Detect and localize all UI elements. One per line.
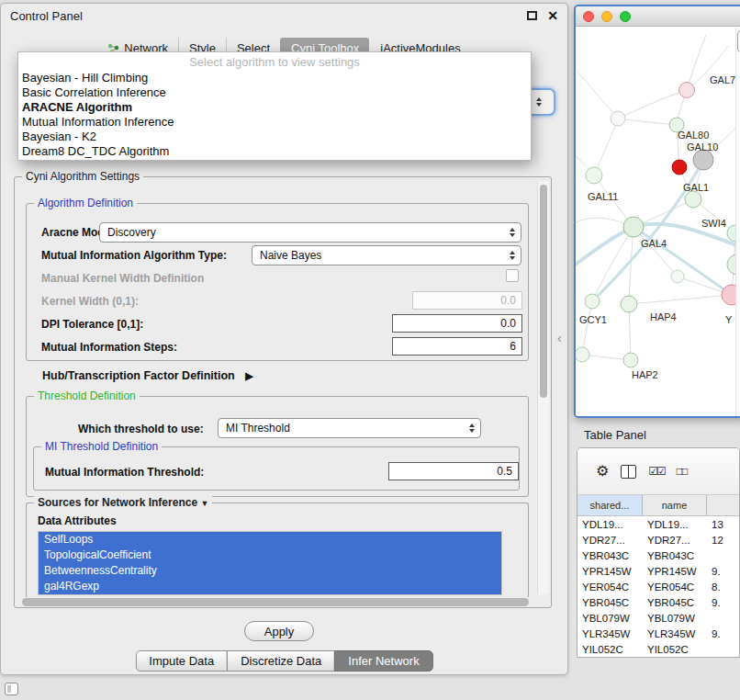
node-label: GAL7 [710, 74, 735, 85]
node-gal4[interactable] [623, 217, 644, 237]
mi-threshold-definition-group: MI Threshold Definition Mutual Informati… [33, 446, 520, 491]
node-label: GAL11 [588, 191, 618, 202]
close-icon[interactable]: ✕ [547, 9, 558, 22]
list-item[interactable]: gal4RGexp [39, 579, 501, 594]
columns-icon[interactable] [621, 465, 636, 479]
cyni-algorithm-settings-group: Cyni Algorithm Settings Algorithm Defini… [14, 176, 552, 608]
stepper-icon [510, 228, 515, 237]
collapse-down-icon[interactable]: ▼ [200, 499, 208, 508]
kernel-width-label: Kernel Width (0,1): [41, 295, 139, 308]
manual-kernel-width-checkbox[interactable] [506, 269, 519, 282]
dropdown-item-selected[interactable]: ARACNE Algorithm [18, 100, 531, 115]
node-gcy1[interactable] [585, 294, 600, 309]
node-gal10[interactable] [693, 150, 713, 170]
sources-title-text: Sources for Network Inference [38, 496, 197, 509]
group-title: Sources for Network Inference ▼ [34, 496, 212, 509]
list-item[interactable]: TopologicalCoefficient [39, 548, 501, 563]
group-title: Threshold Definition [34, 390, 140, 402]
tab-infer-network[interactable]: Infer Network [334, 650, 432, 672]
scrollbar-thumb[interactable] [540, 185, 547, 398]
table-row[interactable]: YER054CYER054C8. [577, 579, 739, 594]
cell: 8. [707, 581, 739, 593]
cell: YBL079W [577, 613, 643, 624]
select-all-checkboxes-icon[interactable]: ☑☑ [648, 464, 665, 479]
field-value: 0.0 [500, 317, 516, 330]
deselect-all-checkboxes-icon[interactable]: □□ [677, 464, 687, 479]
combo-value: MI Threshold [226, 422, 290, 435]
node-label: GAL4 [641, 238, 667, 249]
tab-impute-data[interactable]: Impute Data [135, 650, 228, 672]
table-row[interactable]: YIL052CYIL052C [577, 641, 739, 657]
mi-steps-field[interactable]: 6 [392, 337, 522, 356]
tab-discretize-data[interactable]: Discretize Data [227, 650, 335, 672]
which-threshold-combo[interactable]: MI Threshold [218, 418, 481, 438]
group-title: Cyni Algorithm Settings [22, 170, 143, 183]
dropdown-item[interactable]: Dream8 DC_TDC Algorithm [18, 144, 531, 159]
float-window-icon[interactable] [527, 11, 537, 20]
node[interactable] [611, 111, 625, 126]
minimize-traffic-light-icon[interactable] [601, 11, 612, 22]
table-row[interactable]: YBL079WYBL079W [577, 610, 739, 626]
close-traffic-light-icon[interactable] [583, 11, 594, 22]
table-row[interactable]: YBR043CYBR043C [577, 548, 739, 563]
node[interactable] [576, 347, 589, 362]
node-red[interactable] [672, 160, 687, 175]
list-item[interactable]: BetweennessCentrality [39, 563, 501, 579]
gear-icon[interactable]: ⚙ [596, 464, 609, 479]
node-hap4[interactable] [621, 296, 637, 312]
stepper-icon [510, 251, 515, 260]
table-row[interactable]: YDL19...YDL19...13 [577, 516, 739, 532]
node-pink[interactable] [679, 83, 695, 98]
node-hap2[interactable] [623, 353, 638, 367]
network-window-titlebar [576, 6, 740, 27]
dropdown-item[interactable]: Mutual Information Inference [18, 115, 531, 130]
network-vertical-scrollbar[interactable] [735, 28, 740, 416]
dropdown-placeholder: Select algorithm to view settings [18, 54, 531, 71]
dpi-tolerance-field[interactable]: 0.0 [392, 314, 522, 333]
list-item[interactable]: SelfLoops [39, 532, 501, 548]
tab-label: Impute Data [149, 654, 214, 668]
node[interactable] [727, 254, 735, 275]
panel-dock-icon[interactable] [5, 683, 18, 695]
mi-threshold-field[interactable]: 0.5 [388, 462, 519, 480]
hub-section-label: Hub/Transcription Factor Definition ▶ [42, 369, 253, 382]
window-title: Control Panel [10, 9, 83, 23]
cell: YDR27... [643, 535, 707, 546]
expand-right-icon[interactable]: ▶ [245, 370, 252, 381]
node-gal11[interactable] [586, 167, 602, 184]
dropdown-item[interactable]: Bayesian - Hill Climbing [18, 71, 531, 85]
cell: YDL19... [577, 519, 643, 530]
settings-horizontal-scrollbar[interactable] [22, 598, 529, 606]
tab-label: Infer Network [348, 654, 419, 668]
combo-value: Discovery [107, 226, 156, 239]
table-row[interactable]: YDR27...YDR27...12 [577, 532, 739, 548]
panel-collapse-icon[interactable]: ‹ [557, 331, 562, 345]
cell: 9. [707, 566, 739, 577]
group-title: MI Threshold Definition [41, 440, 162, 453]
node[interactable] [671, 270, 684, 283]
column-header-name[interactable]: name [643, 495, 707, 515]
zoom-traffic-light-icon[interactable] [620, 11, 631, 22]
settings-vertical-scrollbar[interactable] [537, 181, 549, 594]
apply-button[interactable]: Apply [244, 621, 314, 641]
network-view-window: GAL7 GAL80 GAL10 GAL11 GAL1 SWI4 GAL4 GC… [574, 5, 740, 418]
network-canvas[interactable]: GAL7 GAL80 GAL10 GAL11 GAL1 SWI4 GAL4 GC… [576, 28, 740, 416]
dpi-tolerance-label: DPI Tolerance [0,1]: [41, 318, 143, 331]
cell: YPR145W [577, 566, 643, 577]
table-row[interactable]: YBR045CYBR045C9. [577, 594, 739, 610]
which-threshold-label: Which threshold to use: [78, 423, 204, 435]
data-attributes-list[interactable]: SelfLoops TopologicalCoefficient Between… [38, 531, 502, 595]
aracne-mode-combo[interactable]: Discovery [99, 222, 521, 243]
column-header-partial[interactable] [707, 495, 739, 515]
dropdown-item[interactable]: Bayesian - K2 [18, 130, 531, 144]
node-gal1[interactable] [685, 191, 701, 208]
cell: YLR345W [577, 628, 643, 639]
cell: YBR043C [643, 550, 707, 561]
table-row[interactable]: YLR345WYLR345W9. [577, 626, 739, 641]
field-value: 0.0 [500, 294, 516, 307]
dropdown-item[interactable]: Basic Correlation Inference [18, 85, 531, 100]
column-header-shared-name[interactable]: shared... [577, 495, 643, 515]
kernel-width-field[interactable]: 0.0 [412, 291, 522, 310]
table-row[interactable]: YPR145WYPR145W9. [577, 563, 739, 579]
mi-algorithm-type-combo[interactable]: Naive Bayes [252, 245, 521, 265]
